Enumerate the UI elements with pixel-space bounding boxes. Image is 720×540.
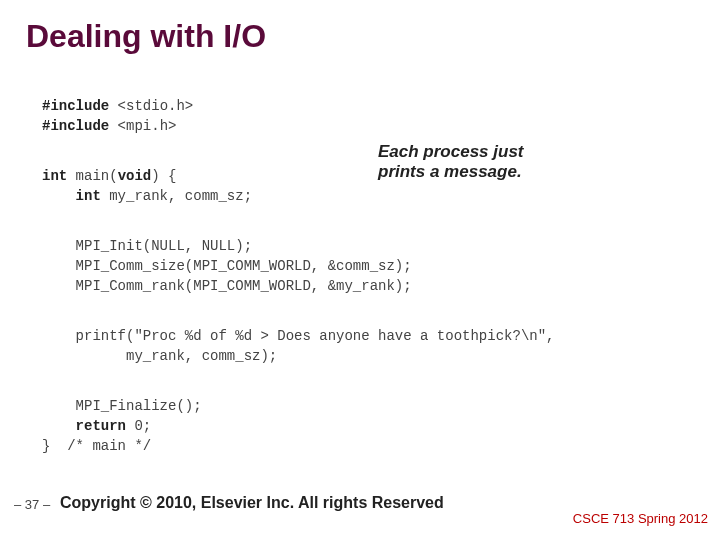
code-text: MPI_Comm_size(MPI_COMM_WORLD, &comm_sz); — [42, 258, 412, 274]
code-kw: int — [42, 168, 67, 184]
code-kw: return — [42, 418, 126, 434]
page-number: – 37 – — [14, 497, 50, 512]
course-label: CSCE 713 Spring 2012 — [573, 511, 708, 526]
code-kw: #include — [42, 98, 109, 114]
code-kw: int — [42, 188, 101, 204]
slide: Dealing with I/O #include <stdio.h> #inc… — [0, 0, 720, 540]
code-kw: void — [118, 168, 152, 184]
code-text: main( — [67, 168, 117, 184]
code-text: ) { — [151, 168, 176, 184]
copyright-text: Copyright © 2010, Elsevier Inc. All righ… — [60, 494, 444, 512]
slide-title: Dealing with I/O — [26, 18, 266, 55]
code-text: MPI_Init(NULL, NULL); — [42, 238, 252, 254]
annotation-line: Each process just prints a message. — [378, 142, 524, 181]
code-text: printf("Proc %d of %d > Does anyone have… — [42, 328, 554, 344]
code-text: MPI_Finalize(); — [42, 398, 202, 414]
code-text: 0; — [126, 418, 151, 434]
code-text: my_rank, comm_sz); — [42, 348, 277, 364]
code-text: } /* main */ — [42, 438, 151, 454]
code-text: <mpi.h> — [109, 118, 176, 134]
code-block: #include <stdio.h> #include <mpi.h> int … — [42, 96, 682, 456]
code-kw: #include — [42, 118, 109, 134]
code-text: my_rank, comm_sz; — [101, 188, 252, 204]
annotation-text: Each process just prints a message. — [378, 142, 524, 182]
code-text: MPI_Comm_rank(MPI_COMM_WORLD, &my_rank); — [42, 278, 412, 294]
code-text: <stdio.h> — [109, 98, 193, 114]
